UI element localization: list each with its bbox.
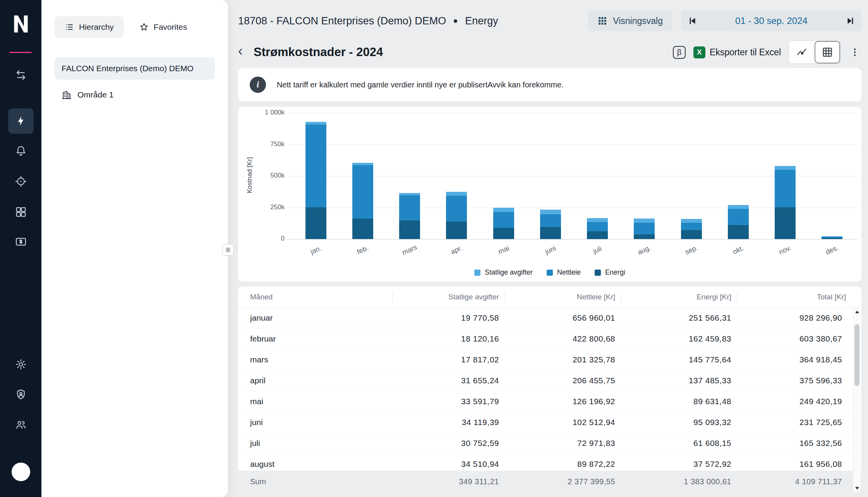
column-header[interactable]: Energi [Kr] [621,293,738,301]
cell-value: 17 817,02 [393,355,505,364]
chart-bar[interactable] [681,219,702,239]
bar-segment [305,125,326,207]
chart-bar[interactable] [587,218,608,239]
bar-segment [352,165,373,219]
table-scrollbar[interactable] [853,308,861,492]
table-view-button[interactable] [815,41,840,63]
column-header[interactable]: Måned [238,293,393,301]
panel-collapse-handle[interactable] [222,244,234,256]
cell-value: 19 770,58 [393,313,505,323]
x-tick-label: aug. [627,239,662,261]
cell-value: 126 196,92 [505,397,621,406]
table-row: august34 510,9489 872,2237 572,92161 956… [238,454,861,471]
chart-bar[interactable] [634,219,655,239]
cell-value: 162 459,83 [621,334,738,343]
modules-icon[interactable] [8,199,34,225]
scrollbar-thumb[interactable] [854,324,859,386]
sum-value: 349 311,21 [393,477,505,486]
bar-segment [775,166,796,170]
billing-icon[interactable] [8,229,34,254]
bar-segment [493,212,514,228]
table-row: april31 655,24206 455,75137 485,33375 59… [238,370,861,391]
users-icon[interactable] [8,412,34,437]
cell-month: april [238,376,393,385]
table-row: februar18 120,16422 800,68162 459,83603 … [238,328,861,349]
hierarchy-panel: Hierarchy Favorites FALCON Enterprises (… [41,0,228,497]
cell-value: 34 510,94 [393,459,505,469]
bar-segment [728,205,749,209]
legend-item: Nettleie [547,268,581,277]
scroll-up-arrow[interactable] [855,311,859,313]
chart-bar[interactable] [728,205,749,239]
settings-icon[interactable] [8,352,34,377]
grid-table-icon [822,47,833,58]
bar-segment [681,219,702,223]
swap-icon[interactable] [8,62,34,88]
bar-segment [775,170,796,208]
bar-segment [775,207,796,239]
bar-segment [446,196,467,222]
cell-value: 206 455,75 [505,376,621,385]
visningsvalg-button[interactable]: Visningsvalg [588,10,672,31]
chart-bar[interactable] [822,236,842,239]
date-prev-button[interactable] [687,15,698,26]
table-row: mai33 591,79126 196,9289 631,48249 420,1… [238,391,861,412]
lightning-icon[interactable] [8,108,34,134]
column-header[interactable]: Statlige avgifter [393,293,505,301]
chart-bar[interactable] [305,122,326,239]
table-row: juni34 119,39102 512,9495 093,32231 725,… [238,412,861,433]
cell-month: juli [238,439,393,448]
bar-segment [540,210,561,214]
kebab-icon [850,46,860,58]
back-button[interactable]: ‹ [238,44,243,60]
table-body: januar19 770,58656 960,01251 566,31928 2… [238,307,861,471]
date-range-label[interactable]: 01 - 30 sep. 2024 [735,15,808,26]
chart-bar[interactable] [399,193,420,239]
bar-segment [399,195,420,221]
cell-value: 18 120,16 [393,334,505,343]
legend-label: Nettleie [557,268,581,277]
tab-favorites-label: Favorites [154,22,187,32]
cell-value: 422 800,68 [505,334,621,343]
tab-favorites[interactable]: Favorites [129,16,197,38]
chart-bar[interactable] [352,163,373,239]
chart-bar[interactable] [540,210,561,239]
cell-month: august [238,459,393,469]
tree-item-company-label: FALCON Enterprises (Demo) DEMO [62,64,194,73]
export-excel-button[interactable]: X Eksporter til Excel [693,46,781,58]
beta-button[interactable]: β [673,46,686,59]
tree-item-company[interactable]: FALCON Enterprises (Demo) DEMO [55,57,215,80]
app-logo[interactable] [13,15,29,34]
bell-icon[interactable] [8,138,34,164]
chart-bar[interactable] [493,208,514,239]
chart-view-button[interactable] [789,41,815,63]
meter-icon[interactable] [8,169,34,194]
sum-label: Sum [238,477,393,486]
scroll-down-arrow[interactable] [855,487,859,490]
chart-bar[interactable] [775,166,796,239]
column-header[interactable]: Nettleie [Kr] [505,293,621,301]
chart-legend: Statlige avgifterNettleieEnergi [238,268,861,277]
cell-value: 61 608,15 [621,439,738,448]
tab-hierarchy[interactable]: Hierarchy [55,16,124,38]
avatar[interactable] [12,463,30,481]
bar-segment [634,234,655,239]
column-header[interactable]: Total [Kr] [738,293,852,301]
info-icon: i [250,77,266,93]
list-icon [65,22,74,32]
y-tick-label: 1 000k [251,109,285,116]
date-next-button[interactable] [845,15,856,26]
chart-bar[interactable] [446,192,467,239]
cell-month: mars [238,355,393,364]
cell-month: juni [238,418,393,427]
admin-shield-icon[interactable] [8,382,34,407]
more-options-button[interactable] [848,46,861,58]
bar-segment [728,209,749,225]
cell-value: 656 960,01 [505,313,621,323]
tree-item-area[interactable]: Område 1 [55,84,215,106]
tab-hierarchy-label: Hierarchy [79,22,114,32]
sum-value: 4 109 711,37 [738,477,852,486]
bar-segment [587,231,608,239]
export-excel-label: Eksporter til Excel [710,47,781,58]
info-banner: i Nett tariff er kalkulert med gamle ver… [238,68,861,101]
